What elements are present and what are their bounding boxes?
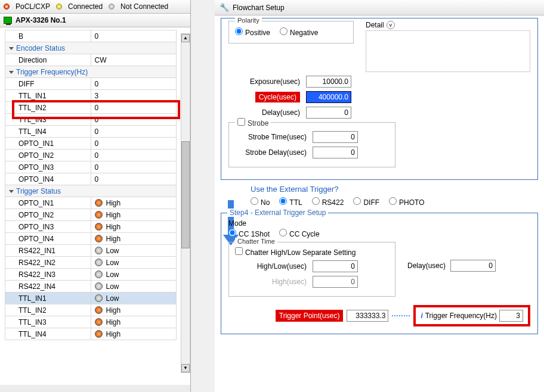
device-header[interactable]: APX-3326 No.1 xyxy=(0,14,190,27)
mode-cccycle-radio[interactable]: CC Cycle xyxy=(279,229,320,238)
status-led-icon xyxy=(95,199,103,207)
status-led-icon xyxy=(95,247,103,254)
step4-legend: Step4 - External Trigger Setup xyxy=(227,209,328,217)
status-led-icon xyxy=(95,223,103,231)
legend-pocl: PoCL/CXP xyxy=(16,2,50,11)
table-row[interactable]: TTL_IN40 xyxy=(5,126,177,138)
status-led-icon xyxy=(95,318,103,326)
ext-ttl-radio[interactable]: TTL xyxy=(279,197,302,207)
detail-dropdown-icon[interactable]: v xyxy=(387,21,395,29)
trigger-frequency-highlight: i Trigger Frequency(Hz) xyxy=(413,305,530,326)
property-tree: B0 Encoder Status DirectionCW Trigger Fr… xyxy=(0,27,190,385)
section-trigger-status[interactable]: Trigger Status xyxy=(5,185,177,197)
status-led-icon xyxy=(95,282,103,290)
table-row[interactable]: OPTO_IN40 xyxy=(5,173,177,185)
table-row[interactable]: TTL_IN3High xyxy=(5,316,177,328)
scroll-down-icon[interactable]: ▼ xyxy=(181,364,190,372)
delay-input[interactable] xyxy=(306,107,351,119)
not-connected-icon xyxy=(109,4,115,10)
status-led-icon xyxy=(95,306,103,314)
dotted-connector-icon xyxy=(392,315,410,316)
status-led-icon xyxy=(95,211,103,219)
scroll-thumb[interactable] xyxy=(181,141,190,248)
detail-label: Detail xyxy=(366,21,384,29)
exposure-row: Exposure(usec) xyxy=(228,76,395,88)
trigger-point-label: Trigger Point(usec) xyxy=(276,310,344,322)
table-row[interactable]: OPTO_IN30 xyxy=(5,161,177,173)
mode-group: Mode CC 1Shot CC Cycle xyxy=(228,219,530,238)
table-row[interactable]: OPTO_IN20 xyxy=(5,150,177,161)
left-panel: PoCL/CXP Connected Not Connected APX-332… xyxy=(0,0,191,392)
device-name: APX-3326 No.1 xyxy=(16,16,66,24)
delay2-row: Delay(usec) xyxy=(407,260,496,272)
strobe-time-input[interactable] xyxy=(313,131,358,143)
property-table: B0 Encoder Status DirectionCW Trigger Fr… xyxy=(5,30,177,340)
table-row-selected[interactable]: TTL_IN1Low xyxy=(5,293,177,304)
scroll-up-icon[interactable]: ▲ xyxy=(181,34,190,42)
wrench-icon: 🔧 xyxy=(220,3,229,12)
table-row[interactable]: TTL_IN2High xyxy=(5,304,177,316)
table-row[interactable]: B0 xyxy=(5,30,177,42)
flowchart-setup-title: 🔧 Flowchart Setup xyxy=(215,0,544,15)
table-row[interactable]: RS422_IN3Low xyxy=(5,269,177,281)
device-icon xyxy=(4,17,12,24)
connected-icon xyxy=(56,4,62,10)
table-row[interactable]: TTL_IN4High xyxy=(5,328,177,340)
step4-fieldset: Step4 - External Trigger Setup Mode CC 1… xyxy=(221,213,538,334)
table-row[interactable]: RS422_IN2Low xyxy=(5,257,177,269)
ext-diff-radio[interactable]: DIFF xyxy=(353,197,379,207)
exposure-input[interactable] xyxy=(306,76,351,88)
table-row[interactable]: DIFF0 xyxy=(5,78,177,90)
chatter-separate-checkbox[interactable]: Chatter High/Low Separate Setting xyxy=(235,248,356,257)
ext-no-radio[interactable]: No xyxy=(251,197,270,207)
section-trigger-frequency[interactable]: Trigger Frequency(Hz) xyxy=(5,66,177,78)
section-encoder-status[interactable]: Encoder Status xyxy=(5,42,177,54)
trigger-frequency-label: Trigger Frequency(Hz) xyxy=(425,312,497,320)
expand-icon xyxy=(9,71,14,74)
table-row[interactable]: TTL_IN20 xyxy=(5,102,177,114)
ext-rs422-radio[interactable]: RS422 xyxy=(312,197,344,207)
cycle-row: Cycle(usec) xyxy=(228,91,395,103)
info-icon: i xyxy=(421,312,422,320)
table-row[interactable]: OPTO_IN10 xyxy=(5,138,177,150)
polarity-positive-radio[interactable]: Positive xyxy=(235,27,270,37)
table-row[interactable]: OPTO_IN2High xyxy=(5,209,177,221)
cycle-input[interactable] xyxy=(306,91,351,103)
delay2-input[interactable] xyxy=(450,260,496,272)
mode-cc1shot-radio[interactable]: CC 1Shot xyxy=(228,229,270,238)
polarity-negative-radio[interactable]: Negative xyxy=(280,27,318,37)
cycle-label: Cycle(usec) xyxy=(255,92,300,102)
ext-photo-radio[interactable]: PHOTO xyxy=(389,197,424,207)
trigger-frequency-input[interactable] xyxy=(499,310,523,322)
table-row[interactable]: DirectionCW xyxy=(5,54,177,66)
external-trigger-question: Use the External Trigger? xyxy=(251,185,544,194)
legend-not-connected: Not Connected xyxy=(120,2,168,11)
chatter-time-group: Chatter Time Chatter High/Low Separate S… xyxy=(228,242,395,297)
detail-textarea[interactable] xyxy=(366,30,530,72)
table-row[interactable]: RS422_IN1Low xyxy=(5,245,177,257)
tree-scrollbar[interactable]: ▲ ▼ xyxy=(181,33,190,373)
polarity-group: Polarity Positive Negative xyxy=(228,21,354,43)
trigger-point-input[interactable] xyxy=(347,310,388,322)
cc-setup-fieldset: Polarity Positive Negative Detail v xyxy=(221,18,538,180)
table-row[interactable]: RS422_IN4Low xyxy=(5,281,177,293)
chatter-high-input xyxy=(313,276,358,288)
chatter-highlow-input[interactable] xyxy=(313,260,358,272)
status-led-icon xyxy=(95,235,103,242)
strobe-group: Strobe Strobe Time(usec) Strobe Delay(us… xyxy=(228,122,395,167)
delay-row: Delay(usec) xyxy=(228,107,395,119)
table-row[interactable]: OPTO_IN3High xyxy=(5,221,177,233)
expand-icon xyxy=(9,47,14,50)
legend-connected: Connected xyxy=(68,2,103,11)
table-row-ttl-in1[interactable]: TTL_IN13 xyxy=(5,90,177,102)
table-row[interactable]: OPTO_IN1High xyxy=(5,197,177,209)
right-panel: 🔧 Flowchart Setup Polarity Positive Nega… xyxy=(215,0,544,392)
legend-bar: PoCL/CXP Connected Not Connected xyxy=(0,0,190,14)
status-led-icon xyxy=(95,330,103,338)
strobe-checkbox[interactable]: Strobe xyxy=(237,119,268,127)
strobe-delay-input[interactable] xyxy=(313,147,358,158)
table-row[interactable]: TTL_IN30 xyxy=(5,114,177,126)
status-led-icon xyxy=(95,294,103,302)
pocl-cxp-icon xyxy=(4,4,10,10)
table-row[interactable]: OPTO_IN4High xyxy=(5,233,177,245)
